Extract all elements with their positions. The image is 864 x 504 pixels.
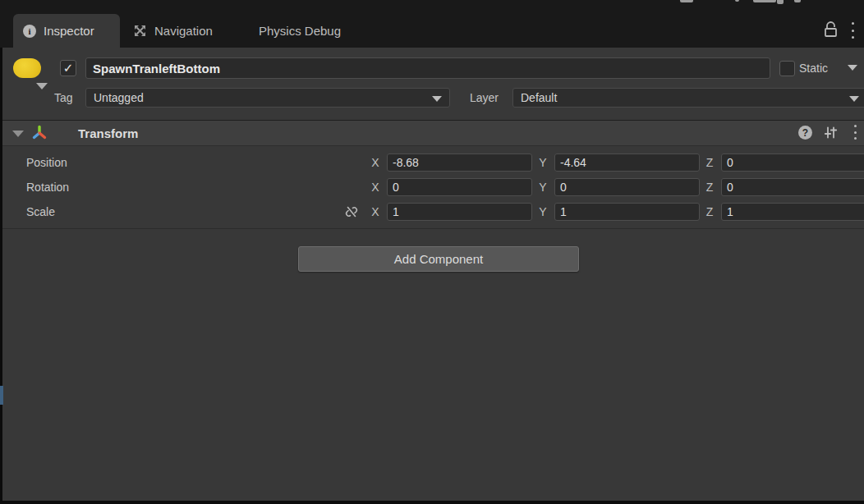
clipped-toolbar-fragment bbox=[794, 0, 801, 2]
tab-label: Inspector bbox=[44, 24, 94, 38]
tag-dropdown[interactable]: Untagged bbox=[85, 88, 450, 108]
clipped-toolbar-fragment bbox=[753, 0, 776, 2]
scale-y-input[interactable] bbox=[554, 203, 700, 221]
axis-z-label[interactable]: Z bbox=[704, 156, 715, 169]
panel-left-edge bbox=[0, 48, 2, 504]
active-checkbox[interactable]: ✓ bbox=[60, 60, 76, 76]
icon-picker-arrow-icon[interactable] bbox=[36, 83, 48, 89]
unlink-icon[interactable] bbox=[344, 204, 359, 219]
component-separator bbox=[0, 228, 864, 229]
layer-value: Default bbox=[521, 91, 557, 104]
gameobject-name-input[interactable] bbox=[85, 57, 770, 79]
position-x-input[interactable] bbox=[387, 153, 532, 172]
tab-label: Navigation bbox=[154, 24, 213, 38]
tag-label: Tag bbox=[54, 91, 73, 104]
rotation-label: Rotation bbox=[26, 181, 69, 194]
layer-label: Layer bbox=[470, 91, 499, 104]
static-checkbox[interactable] bbox=[779, 61, 795, 76]
position-y-input[interactable] bbox=[554, 153, 700, 172]
presets-icon[interactable] bbox=[823, 125, 839, 140]
tag-value: Untagged bbox=[94, 91, 144, 104]
checkmark-icon: ✓ bbox=[63, 61, 74, 76]
chevron-down-icon bbox=[849, 96, 859, 102]
tab-inspector[interactable]: i Inspector bbox=[13, 14, 120, 48]
axis-y-label[interactable]: Y bbox=[537, 205, 549, 218]
help-icon[interactable]: ? bbox=[798, 126, 812, 140]
axis-y-label[interactable]: Y bbox=[537, 156, 549, 169]
scale-x-input[interactable] bbox=[387, 203, 532, 221]
clipped-toolbar-fragment bbox=[735, 0, 739, 2]
axis-z-label[interactable]: Z bbox=[704, 205, 715, 218]
selection-accent-strip bbox=[0, 386, 3, 405]
component-title: Transform bbox=[78, 126, 138, 140]
scale-label: Scale bbox=[26, 205, 55, 218]
static-dropdown-arrow-icon[interactable] bbox=[848, 65, 857, 71]
clipped-toolbar-fragment bbox=[777, 0, 784, 4]
scale-row: Scale X Y Z bbox=[0, 203, 864, 221]
tab-navigation[interactable]: Navigation bbox=[123, 14, 223, 48]
tab-label: Physics Debug bbox=[259, 24, 341, 38]
axis-x-label[interactable]: X bbox=[370, 181, 381, 194]
navigation-icon bbox=[133, 24, 147, 38]
position-label: Position bbox=[26, 156, 67, 169]
unlock-icon[interactable] bbox=[822, 20, 840, 39]
axis-z-label[interactable]: Z bbox=[704, 181, 715, 194]
info-icon: i bbox=[23, 25, 36, 38]
add-component-button[interactable]: Add Component bbox=[298, 246, 579, 272]
foldout-arrow-icon[interactable] bbox=[12, 131, 24, 137]
axis-x-label[interactable]: X bbox=[370, 156, 381, 169]
kebab-menu-icon[interactable] bbox=[853, 125, 857, 140]
scale-z-input[interactable] bbox=[721, 203, 864, 221]
chevron-down-icon bbox=[432, 96, 442, 102]
layer-dropdown[interactable]: Default bbox=[512, 88, 864, 108]
gameobject-capsule-icon[interactable] bbox=[13, 58, 41, 78]
inspector-window: i Inspector Navigation Physi bbox=[0, 0, 864, 504]
clipped-toolbar-fragment bbox=[680, 0, 693, 2]
kebab-menu-icon[interactable] bbox=[851, 22, 854, 39]
rotation-y-input[interactable] bbox=[554, 178, 700, 196]
static-label: Static bbox=[799, 61, 828, 76]
rotation-z-input[interactable] bbox=[721, 178, 864, 196]
axis-y-label[interactable]: Y bbox=[537, 181, 549, 194]
rotation-x-input[interactable] bbox=[387, 178, 532, 196]
panel-bottom-edge bbox=[0, 501, 864, 504]
axis-x-label[interactable]: X bbox=[370, 205, 381, 218]
transform-axes-icon bbox=[30, 124, 48, 144]
position-row: Position X Y Z bbox=[0, 153, 864, 172]
tab-bar: i Inspector Navigation Physi bbox=[0, 0, 864, 48]
position-z-input[interactable] bbox=[721, 153, 864, 172]
tab-physics-debug[interactable]: Physics Debug bbox=[249, 14, 351, 48]
rotation-row: Rotation X Y Z bbox=[0, 178, 864, 196]
